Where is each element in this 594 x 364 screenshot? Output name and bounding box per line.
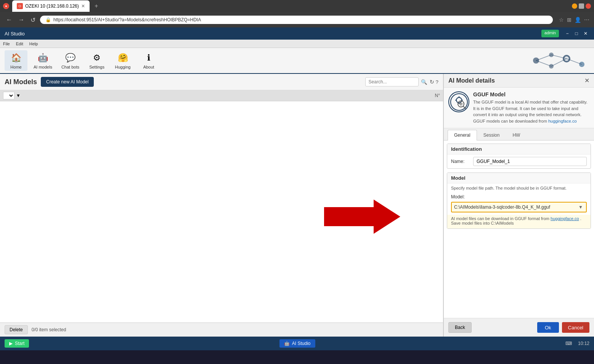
model-dropdown-row: Model:: [447, 193, 591, 201]
app-title: AI Studio: [5, 31, 25, 37]
toolbar-home[interactable]: 🏠 Home: [5, 50, 27, 71]
chat-bots-icon: 💬: [64, 52, 76, 64]
chat-bots-label: Chat bots: [61, 65, 79, 69]
new-tab-btn[interactable]: +: [91, 1, 102, 11]
model-select[interactable]: C:\AIModels\llama-3-sqlcoder-8b.Q4_K_M.g…: [452, 203, 575, 212]
search-input[interactable]: [365, 77, 419, 86]
app-maximize-btn[interactable]: □: [573, 30, 580, 37]
refresh-list-btn[interactable]: ↻: [430, 79, 434, 85]
delete-btn[interactable]: Delete: [5, 325, 28, 334]
menu-edit[interactable]: Edit: [16, 42, 23, 46]
hugging-label: Hugging: [115, 65, 131, 69]
model-description: GGUF Model The GGUF model is a local AI …: [473, 91, 589, 124]
window-controls: [572, 3, 591, 9]
forward-btn[interactable]: →: [17, 15, 26, 25]
status-right: ⌨ 10:12: [565, 341, 589, 346]
create-new-ai-model-btn[interactable]: Create new AI Model: [41, 77, 94, 87]
start-icon: ▶: [9, 341, 13, 346]
model-download-note: AI model files can be download in GGUF f…: [447, 215, 591, 228]
ai-studio-taskbar-btn[interactable]: 🤖 AI Studio: [279, 339, 315, 348]
app-window: AI Studio admin − □ ✕ File Edit Help 🏠 H…: [0, 27, 594, 350]
bottom-bar: Delete 0/0 item selected: [0, 322, 443, 337]
ok-btn[interactable]: Ok: [537, 322, 559, 333]
profile-icon[interactable]: 👤: [575, 17, 581, 23]
help-btn[interactable]: ?: [436, 79, 438, 85]
ai-studio-icon-small: 🤖: [284, 341, 290, 346]
browser-favicon: ●: [3, 3, 9, 9]
tab-close-btn[interactable]: ✕: [81, 3, 85, 9]
refresh-btn[interactable]: ↺: [29, 15, 37, 25]
app-window-controls: admin − □ ✕: [541, 30, 589, 37]
menu-help[interactable]: Help: [29, 42, 38, 46]
close-btn[interactable]: [586, 3, 591, 9]
hugging-icon: 🤗: [117, 52, 129, 64]
identification-section-title: Identification: [447, 144, 591, 155]
app-minimize-btn[interactable]: −: [563, 30, 571, 37]
app-close-btn[interactable]: ✕: [582, 30, 589, 37]
toolbar: 🏠 Home 🤖 AI models 💬 Chat bots ⚙ Setting…: [0, 48, 594, 74]
model-icon: [448, 91, 469, 112]
model-name: GGUF Model: [473, 91, 589, 97]
huggingface-link[interactable]: huggingface.co: [548, 119, 577, 123]
browser-tab[interactable]: O OZEKI 10 (192.168.0.126) ✕: [12, 0, 90, 12]
about-label: About: [143, 65, 154, 69]
tabs: General Session HW: [444, 128, 594, 140]
tab-title: OZEKI 10 (192.168.0.126): [25, 3, 79, 9]
model-icon-svg: [450, 93, 469, 112]
settings-icon[interactable]: ⋯: [584, 17, 589, 23]
back-btn[interactable]: ←: [5, 15, 14, 25]
maximize-btn[interactable]: [579, 3, 584, 9]
tab-session[interactable]: Session: [477, 130, 506, 140]
bookmark-icon[interactable]: ☆: [559, 17, 564, 23]
cancel-btn[interactable]: Cancel: [562, 322, 589, 333]
model-desc-text: The GGUF model is a local AI model that …: [473, 99, 589, 124]
clock: 10:12: [578, 341, 589, 346]
search-area: 🔍 ↻ ?: [365, 77, 438, 86]
toolbar-about[interactable]: ℹ About: [137, 50, 160, 71]
model-select-wrapper: C:\AIModels\llama-3-sqlcoder-8b.Q4_K_M.g…: [451, 202, 587, 212]
filter-dropdown[interactable]: [3, 92, 14, 99]
dropdown-arrow-icon: ▼: [575, 204, 586, 210]
back-btn[interactable]: Back: [448, 322, 472, 333]
network-diagram: [528, 51, 589, 70]
model-section-title: Model: [447, 173, 591, 184]
search-btn[interactable]: 🔍: [420, 78, 428, 86]
about-icon: ℹ: [143, 52, 155, 64]
model-field-label: Model:: [451, 194, 465, 200]
tab-bar: O OZEKI 10 (192.168.0.126) ✕ +: [12, 0, 569, 12]
identification-section: Identification Name:: [447, 144, 591, 169]
toolbar-settings[interactable]: ⚙ Settings: [85, 50, 108, 71]
url-bar[interactable]: 🔒 https://localhost:9515/AI+Studio/?a=Mo…: [40, 16, 553, 24]
col-header-n: N°: [435, 93, 440, 98]
model-info-header: GGUF Model The GGUF model is a local AI …: [444, 88, 594, 128]
toolbar-chat-bots[interactable]: 💬 Chat bots: [58, 50, 82, 71]
title-bar: ● O OZEKI 10 (192.168.0.126) ✕ +: [0, 0, 594, 12]
settings-label: Settings: [89, 65, 104, 69]
left-panel: AI Models Create new AI Model 🔍 ↻ ? ▼ N: [0, 74, 443, 337]
panel-close-btn[interactable]: ✕: [584, 77, 589, 84]
name-input[interactable]: [473, 157, 587, 166]
tab-favicon: O: [17, 3, 23, 9]
toolbar-hugging[interactable]: 🤗 Hugging: [111, 50, 134, 71]
menu-file[interactable]: File: [3, 42, 10, 46]
settings-toolbar-icon: ⚙: [91, 52, 103, 64]
model-download-link[interactable]: huggingface.co: [551, 216, 579, 221]
tab-general[interactable]: General: [448, 130, 477, 140]
btn-group: Ok Cancel: [537, 322, 589, 333]
name-label: Name:: [451, 159, 470, 164]
keyboard-icon: ⌨: [565, 341, 572, 346]
page-title: AI Models: [5, 78, 37, 86]
table-filter: ▼: [3, 92, 21, 99]
right-panel: AI Model details ✕: [443, 74, 594, 337]
model-path-desc: Specify model file path. The model shoul…: [447, 184, 591, 193]
left-header: AI Models Create new AI Model 🔍 ↻ ?: [0, 74, 443, 90]
svg-line-7: [536, 61, 551, 66]
tab-hw[interactable]: HW: [506, 130, 527, 140]
filter-arrow-icon: ▼: [16, 93, 21, 98]
toolbar-ai-models[interactable]: 🤖 AI models: [31, 50, 55, 71]
table-header: ▼ N°: [0, 90, 443, 101]
start-btn[interactable]: ▶ Start: [5, 339, 29, 348]
panel-title-bar: AI Model details ✕: [444, 74, 594, 88]
minimize-btn[interactable]: [572, 3, 577, 9]
extensions-icon[interactable]: ⊞: [567, 17, 572, 23]
